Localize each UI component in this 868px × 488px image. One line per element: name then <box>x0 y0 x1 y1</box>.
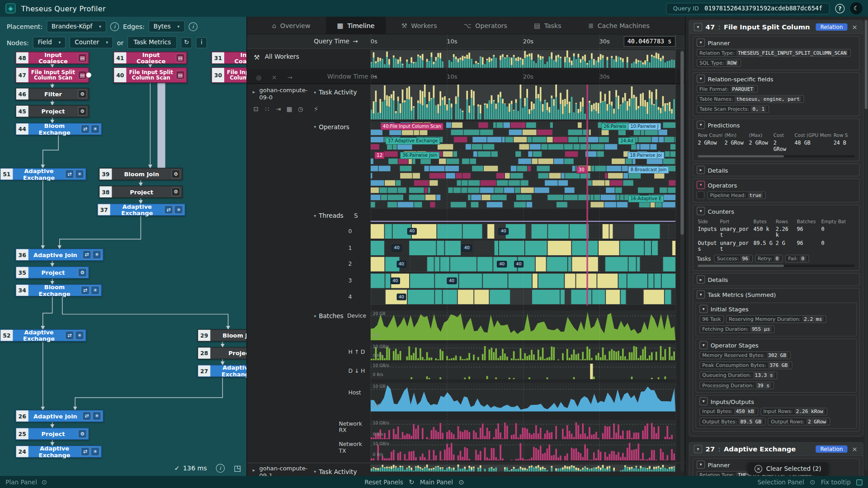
section-counters-header[interactable]: ▾ Counters <box>693 205 859 217</box>
dots-icon[interactable]: ∷ <box>263 104 272 113</box>
plan-node-45[interactable]: 45Project⚙ <box>15 105 89 117</box>
thread-row-4[interactable]: 40 <box>371 289 675 305</box>
main-panel-toggle[interactable]: Main Panel <box>420 479 453 486</box>
nodes-counter-select[interactable]: Counter ▾ <box>70 37 113 48</box>
plan-node-44[interactable]: 44Bloom Exchange⇄✳ <box>15 123 102 135</box>
plan-node-52[interactable]: 52Adaptive Exchange⇄✳ <box>0 329 86 342</box>
tab-operators[interactable]: ⌥Operators <box>453 17 519 34</box>
snapshot-icon[interactable]: ⊡ <box>251 104 260 113</box>
horizontal-scrollbar[interactable] <box>698 265 854 267</box>
operator-block[interactable]: 40:File Input Column Scan <box>381 123 443 130</box>
window-time-axis[interactable]: 0s10s20s30s <box>371 70 675 84</box>
theme-toggle-button[interactable]: ☾ <box>850 2 863 14</box>
placement-select[interactable]: Brandes-Köpf ▾ <box>47 21 106 33</box>
h2d-chart[interactable] <box>371 344 675 361</box>
eye-icon[interactable]: ⊙ <box>810 478 815 486</box>
plan-node-34[interactable]: 34Bloom Exchange⇄✳ <box>15 284 102 296</box>
task-metrics-button[interactable]: Task Metrics <box>127 36 177 49</box>
close-icon[interactable]: × <box>851 23 859 31</box>
close-icon[interactable]: × <box>851 445 859 453</box>
plan-panel-toggle[interactable]: Plan Panel <box>5 479 37 486</box>
section-threads[interactable]: ▾ Threads S <box>314 212 358 220</box>
section-operators[interactable]: ▾ Operators <box>314 123 349 131</box>
history-icon[interactable]: ◷ <box>296 104 305 113</box>
plan-node-37[interactable]: 37Adaptive Exchange⇄✳ <box>97 203 185 216</box>
thread-row-3[interactable]: 4040 <box>371 273 675 288</box>
section-details-header[interactable]: ▸ Details <box>693 164 859 176</box>
operator-block[interactable]: 12 <box>374 152 384 159</box>
scrollbar-thumb[interactable] <box>865 20 868 109</box>
tab-workers[interactable]: ⚒Workers <box>390 17 448 34</box>
grid-icon[interactable]: ▦ <box>285 104 294 113</box>
operator-block[interactable]: 30 <box>576 166 586 174</box>
plan-node-41[interactable]: 41Input Coalesce▤ <box>113 52 187 64</box>
tab-tasks[interactable]: ▤Tasks <box>523 17 572 34</box>
vertical-scrollbar[interactable] <box>865 19 868 470</box>
operator-id-chip[interactable] <box>697 191 704 199</box>
plan-node-29[interactable]: 29Bloom Join⚙ <box>198 329 246 342</box>
info-icon[interactable]: i <box>196 37 208 48</box>
eye-icon[interactable]: ⊙ <box>458 478 464 486</box>
plan-node-27[interactable]: 27Adaptive Exchange⇄✳ <box>198 365 246 377</box>
horizontal-scrollbar[interactable] <box>698 155 854 157</box>
plan-node-47[interactable]: 47File Input Split Column Scan▤ <box>15 67 89 83</box>
thread-row-0[interactable]: 4040 <box>371 224 675 239</box>
fix-tooltip-checkbox[interactable] <box>856 479 863 485</box>
section-details-header[interactable]: ▸ Details <box>693 274 859 286</box>
section-operators-header[interactable]: ▾ Operators <box>693 179 859 191</box>
tab-timeline[interactable]: ▦Timeline <box>326 17 386 34</box>
section-planner-header[interactable]: ▾ Planner <box>693 37 859 48</box>
scrollbar-thumb[interactable] <box>698 155 784 157</box>
operator-block[interactable]: 10:Pairwise J <box>628 123 661 130</box>
info-icon[interactable]: i <box>189 22 198 31</box>
operator-block[interactable]: 26:Pairwis <box>601 123 628 130</box>
refresh-icon[interactable]: ↻ <box>409 478 414 486</box>
clear-selected-button[interactable]: × Clear Selected (2) <box>748 463 828 475</box>
task-activity-chart-2[interactable] <box>371 465 675 472</box>
section-initial-stages-header[interactable]: ▾ Initial Stages <box>696 303 856 315</box>
section-operator-stages-header[interactable]: ▾ Operator Stages <box>696 339 856 351</box>
batches-device-chart[interactable] <box>371 310 675 340</box>
operator-block[interactable]: 18:Pairwise Joi <box>627 152 664 159</box>
plan-node-46[interactable]: 46Filter⚙ <box>15 88 89 100</box>
fullscreen-icon[interactable]: ◳ <box>234 464 241 473</box>
thread-row-2[interactable]: 404040 <box>371 256 675 272</box>
operator-block[interactable]: 37:Adaptive Exchange <box>386 137 440 145</box>
section-task-activity[interactable]: ▾ Task Activity <box>314 89 357 96</box>
host-chart[interactable] <box>371 383 675 412</box>
collapse-button[interactable]: ▾ <box>694 445 702 453</box>
section-predictions-header[interactable]: ▾ Predictions <box>693 119 859 131</box>
vertical-scrollbar[interactable] <box>680 36 684 472</box>
edges-select[interactable]: Bytes ▾ <box>148 21 184 33</box>
jump-icon[interactable]: → <box>285 72 295 82</box>
operator-block[interactable]: 24:Ad <box>618 137 636 145</box>
plan-node-35[interactable]: 35Project⚙ <box>15 267 89 279</box>
all-workers-chart[interactable] <box>371 50 675 68</box>
align-icon[interactable]: ⇥ <box>274 104 283 113</box>
clear-selection-icon[interactable]: × <box>269 72 279 82</box>
plan-node-40[interactable]: 40File Input Split Column Scan▤ <box>113 67 187 83</box>
plan-node-28[interactable]: 28Project⚙ <box>198 347 246 359</box>
collapse-button[interactable]: ▾ <box>694 23 702 31</box>
network-rx-chart[interactable] <box>371 420 675 439</box>
operator-block[interactable]: 8:Broadcast Join <box>628 166 669 174</box>
info-icon[interactable]: i <box>216 464 225 473</box>
section-inputs-outputs-header[interactable]: ▾ Inputs/Outputs <box>696 395 856 407</box>
operator-block[interactable]: 36:Pairwise Join <box>400 152 439 159</box>
pan-icon[interactable]: ◎ <box>254 72 264 82</box>
section-task-activity-2[interactable]: ▾ Task Activity <box>314 468 357 475</box>
scrollbar-thumb[interactable] <box>680 51 684 235</box>
query-id-pill[interactable]: Query ID 019781526433791592acdeb887dc654… <box>666 3 830 14</box>
operator-block[interactable]: 16:Adaptive E <box>628 195 664 202</box>
worker-collapse-chevron[interactable]: ▸ <box>253 89 255 94</box>
plan-node-26[interactable]: 26Adaptive Join⇄✳ <box>15 410 103 422</box>
section-batches[interactable]: ▾ Batches <box>314 313 343 320</box>
tab-cache-machines[interactable]: ≣Cache Machines <box>577 17 660 34</box>
plan-node-25[interactable]: 25Project⚙ <box>15 427 89 440</box>
thread-row-1[interactable]: 4040 <box>371 240 675 255</box>
reset-panels-button[interactable]: Reset Panels <box>364 479 403 486</box>
help-button[interactable]: ? <box>835 4 844 13</box>
plan-node-31[interactable]: 31Input Coalesce▤ <box>212 52 247 64</box>
selection-panel-toggle[interactable]: Selection Panel <box>757 479 804 486</box>
d2h-chart[interactable] <box>371 362 675 379</box>
